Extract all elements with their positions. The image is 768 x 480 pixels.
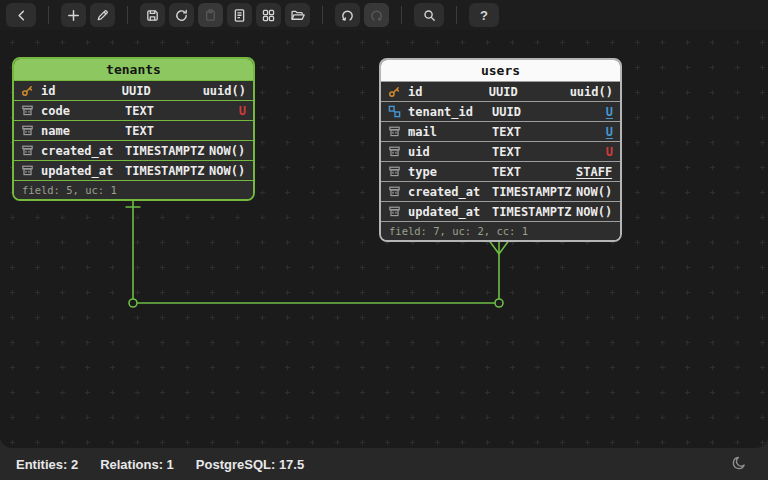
document-icon xyxy=(232,8,247,23)
field-row[interactable]: name TEXT xyxy=(14,120,253,140)
entity-users[interactable]: users id UUID uuid() tenant_id UUID U ma… xyxy=(379,58,622,242)
foreign-key-icon xyxy=(388,105,403,118)
field-icon xyxy=(21,144,36,157)
theme-toggle-button[interactable] xyxy=(726,451,752,477)
auto-layout-button[interactable] xyxy=(256,3,281,27)
field-icon xyxy=(388,205,403,218)
field-name: tenant_id xyxy=(408,105,492,119)
entity-title[interactable]: tenants xyxy=(14,59,253,80)
field-row[interactable]: updated_at TIMESTAMPTZ NOW() xyxy=(14,160,253,180)
field-name: created_at xyxy=(41,144,125,158)
field-row[interactable]: created_at TIMESTAMPTZ NOW() xyxy=(14,140,253,160)
field-row[interactable]: mail TEXT U xyxy=(381,121,620,141)
open-file-button[interactable] xyxy=(285,3,310,27)
field-default: NOW() xyxy=(576,185,613,199)
clipboard-icon xyxy=(203,8,218,23)
toolbar-separator xyxy=(48,6,49,24)
open-folder-icon xyxy=(290,8,305,23)
field-icon xyxy=(388,165,403,178)
field-name: id xyxy=(41,84,122,98)
field-type: TEXT xyxy=(125,104,209,118)
help-button[interactable]: ? xyxy=(469,3,499,27)
field-default: STAFF xyxy=(576,165,613,179)
back-button[interactable] xyxy=(6,3,36,27)
save-button[interactable] xyxy=(140,3,165,27)
entities-count: Entities: 2 xyxy=(16,457,78,472)
question-mark-icon: ? xyxy=(480,9,488,22)
field-default: NOW() xyxy=(576,205,613,219)
moon-icon xyxy=(731,455,747,474)
field-default: uuid() xyxy=(570,85,613,99)
relation-bend-handle[interactable] xyxy=(495,299,503,307)
entity-title[interactable]: users xyxy=(381,60,620,81)
field-type: TIMESTAMPTZ xyxy=(125,164,209,178)
field-name: type xyxy=(408,165,492,179)
field-row[interactable]: tenant_id UUID U xyxy=(381,101,620,121)
reload-button[interactable] xyxy=(169,3,194,27)
grid-squares-icon xyxy=(261,8,276,23)
refresh-icon xyxy=(174,8,189,23)
search-button[interactable] xyxy=(414,3,444,27)
unique-badge: U xyxy=(209,104,246,118)
toolbar-separator xyxy=(322,6,323,24)
search-icon xyxy=(422,8,437,23)
field-type: TEXT xyxy=(492,145,576,159)
diagram-canvas[interactable]: tenants id UUID uuid() code TEXT U name … xyxy=(0,30,768,448)
pen-icon xyxy=(95,8,110,23)
entity-summary: field: 7, uc: 2, cc: 1 xyxy=(381,221,620,240)
relation-bend-handle[interactable] xyxy=(129,299,137,307)
field-type: TEXT xyxy=(125,124,209,138)
field-row[interactable]: created_at TIMESTAMPTZ NOW() xyxy=(381,181,620,201)
redo-button[interactable] xyxy=(364,3,389,27)
field-icon xyxy=(388,185,403,198)
relations-count: Relations: 1 xyxy=(100,457,174,472)
add-entity-button[interactable] xyxy=(61,3,86,27)
redo-icon xyxy=(369,8,384,23)
entity-tenants[interactable]: tenants id UUID uuid() code TEXT U name … xyxy=(12,57,255,201)
field-name: id xyxy=(408,85,489,99)
field-row[interactable]: type TEXT STAFF xyxy=(381,161,620,181)
field-row[interactable]: updated_at TIMESTAMPTZ NOW() xyxy=(381,201,620,221)
field-type: TEXT xyxy=(492,165,576,179)
field-name: updated_at xyxy=(41,164,125,178)
field-type: UUID xyxy=(489,85,570,99)
undo-button[interactable] xyxy=(335,3,360,27)
field-type: TIMESTAMPTZ xyxy=(125,144,209,158)
field-name: mail xyxy=(408,125,492,139)
field-type: UUID xyxy=(492,105,576,119)
floppy-save-icon xyxy=(145,8,160,23)
field-name: created_at xyxy=(408,185,492,199)
field-type: UUID xyxy=(122,84,203,98)
field-row[interactable]: code TEXT U xyxy=(14,100,253,120)
field-type: TEXT xyxy=(492,125,576,139)
copy-button[interactable] xyxy=(198,3,223,27)
undo-icon xyxy=(340,8,355,23)
entity-summary: field: 5, uc: 1 xyxy=(14,180,253,199)
field-icon xyxy=(388,125,403,138)
field-type: TIMESTAMPTZ xyxy=(492,185,576,199)
chevron-left-icon xyxy=(14,8,29,23)
field-icon xyxy=(21,124,36,137)
field-type: TIMESTAMPTZ xyxy=(492,205,576,219)
edit-style-button[interactable] xyxy=(90,3,115,27)
field-icon xyxy=(21,164,36,177)
export-button[interactable] xyxy=(227,3,252,27)
field-icon xyxy=(21,104,36,117)
field-default: NOW() xyxy=(209,144,246,158)
field-default: NOW() xyxy=(209,164,246,178)
field-row[interactable]: id UUID uuid() xyxy=(381,81,620,101)
plus-icon xyxy=(66,8,81,23)
field-name: updated_at xyxy=(408,205,492,219)
toolbar: ? xyxy=(0,0,768,30)
unique-badge: U xyxy=(576,125,613,139)
toolbar-separator xyxy=(127,6,128,24)
field-row[interactable]: id UUID uuid() xyxy=(14,80,253,100)
primary-key-icon xyxy=(21,84,36,97)
toolbar-separator xyxy=(401,6,402,24)
toolbar-separator xyxy=(456,6,457,24)
primary-key-icon xyxy=(388,85,403,98)
field-row[interactable]: uid TEXT U xyxy=(381,141,620,161)
field-name: name xyxy=(41,124,125,138)
unique-badge: U xyxy=(576,105,613,119)
dialect-version: PostgreSQL: 17.5 xyxy=(196,457,304,472)
